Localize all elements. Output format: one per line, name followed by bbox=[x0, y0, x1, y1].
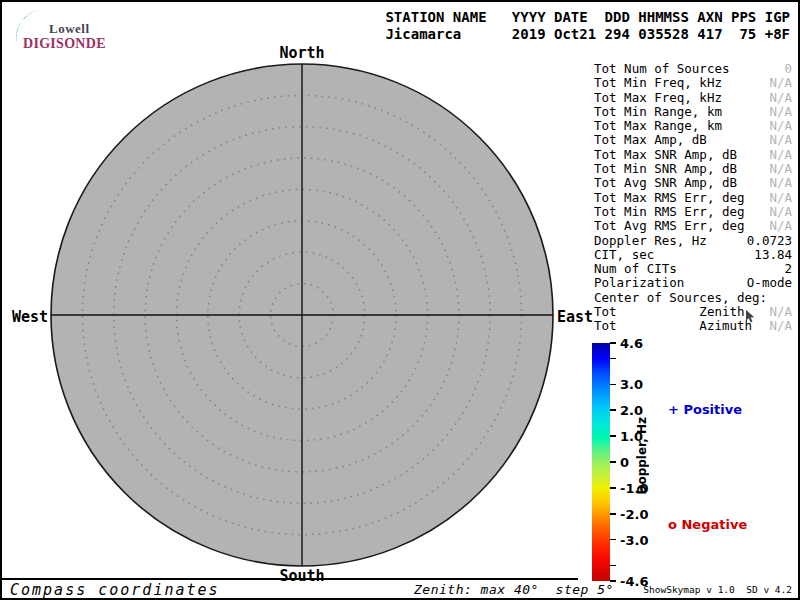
colorbar-tick bbox=[610, 539, 616, 541]
compass-label-east: East bbox=[557, 308, 593, 326]
colorbar-tick-label: 0 bbox=[620, 455, 629, 470]
param-list: Tot Num of Sources0Tot Min Freq, kHzN/AT… bbox=[594, 62, 792, 334]
param-row: Tot Max Amp, dBN/A bbox=[594, 133, 792, 147]
param-label: Polarization bbox=[594, 276, 684, 290]
param-row: Tot Avg SNR Amp, dBN/A bbox=[594, 176, 792, 190]
colorbar-tick bbox=[610, 384, 616, 386]
param-label: Num of CITs bbox=[594, 262, 677, 276]
param-value: 0 bbox=[784, 62, 792, 76]
param-value: N/A bbox=[769, 205, 792, 219]
param-label: CIT, sec bbox=[594, 248, 654, 262]
param-row: Tot Max SNR Amp, dBN/A bbox=[594, 148, 792, 162]
param-row: Tot AzimuthN/A bbox=[594, 319, 792, 333]
logo-lowell-text: Lowell bbox=[49, 21, 90, 37]
station-header: STATION NAME YYYY DATE DDD HHMMSS AXN PP… bbox=[385, 9, 790, 43]
param-value: N/A bbox=[769, 119, 792, 133]
mouse-cursor-icon bbox=[745, 310, 757, 324]
param-row: Num of CITs2 bbox=[594, 262, 792, 276]
param-value: N/A bbox=[769, 76, 792, 90]
colorbar-tick-label: 2.0 bbox=[620, 403, 643, 418]
station-header-row-labels: STATION NAME YYYY DATE DDD HHMMSS AXN PP… bbox=[385, 9, 790, 25]
param-value: N/A bbox=[769, 105, 792, 119]
param-value: N/A bbox=[769, 305, 792, 319]
param-value: N/A bbox=[769, 148, 792, 162]
param-label: Tot Zenith bbox=[594, 305, 745, 319]
param-label: Tot Min Range, km bbox=[594, 105, 722, 119]
version-text: ShowSkymap v 1.0 SD v 4.2 bbox=[643, 584, 792, 595]
param-row: Tot Max Freq, kHzN/A bbox=[594, 91, 792, 105]
param-label: Tot Avg RMS Err, deg bbox=[594, 219, 745, 233]
zenith-scale-note: Zenith: max 40° step 5° bbox=[414, 582, 614, 597]
param-label: Tot Max SNR Amp, dB bbox=[594, 148, 737, 162]
colorbar-tick bbox=[610, 409, 616, 411]
param-value: N/A bbox=[769, 319, 792, 333]
showskymap-window: Lowell DIGISONDE STATION NAME YYYY DATE … bbox=[0, 0, 800, 600]
param-label: Tot Max RMS Err, deg bbox=[594, 191, 745, 205]
colorbar-tick-label: 4.6 bbox=[620, 336, 643, 351]
param-value: 0.0723 bbox=[747, 234, 792, 248]
param-row: Tot Min RMS Err, degN/A bbox=[594, 205, 792, 219]
param-value: N/A bbox=[769, 191, 792, 205]
param-value: N/A bbox=[769, 91, 792, 105]
param-row: Tot Avg RMS Err, degN/A bbox=[594, 219, 792, 233]
param-row: Center of Sources, deg: bbox=[594, 291, 792, 305]
param-label: Tot Min Freq, kHz bbox=[594, 76, 722, 90]
param-row: PolarizationO-mode bbox=[594, 276, 792, 290]
logo-digisonde-text: DIGISONDE bbox=[23, 36, 106, 52]
footer-separator bbox=[2, 578, 578, 580]
colorbar-tick-label: -3.0 bbox=[620, 532, 648, 547]
param-label: Center of Sources, deg: bbox=[594, 291, 767, 305]
param-label: Tot Min SNR Amp, dB bbox=[594, 162, 737, 176]
param-row: Doppler Res, Hz0.0723 bbox=[594, 234, 792, 248]
param-row: CIT, sec13.84 bbox=[594, 248, 792, 262]
param-label: Tot Min RMS Err, deg bbox=[594, 205, 745, 219]
colorbar-tick bbox=[610, 565, 616, 567]
param-label: Doppler Res, Hz bbox=[594, 234, 707, 248]
param-label: Tot Num of Sources bbox=[594, 62, 729, 76]
param-label: Tot Max Range, km bbox=[594, 119, 722, 133]
param-value: 2 bbox=[784, 262, 792, 276]
param-row: Tot Min Range, kmN/A bbox=[594, 105, 792, 119]
coordinates-note: Compass coordinates bbox=[10, 581, 220, 599]
param-row: Tot Max RMS Err, degN/A bbox=[594, 191, 792, 205]
colorbar-tick-label: 3.0 bbox=[620, 377, 643, 392]
param-label: Tot Avg SNR Amp, dB bbox=[594, 176, 737, 190]
param-row: Tot Min Freq, kHzN/A bbox=[594, 76, 792, 90]
colorbar-tick bbox=[610, 342, 616, 344]
doppler-colorbar bbox=[592, 343, 610, 581]
legend-negative: o Negative bbox=[668, 517, 747, 532]
colorbar-tick-label: -2.0 bbox=[620, 506, 648, 521]
param-value: N/A bbox=[769, 219, 792, 233]
param-value: N/A bbox=[769, 162, 792, 176]
lowell-digisonde-logo: Lowell DIGISONDE bbox=[12, 7, 162, 57]
compass-label-west: West bbox=[10, 308, 48, 326]
colorbar-axis-label: Doppler, Hz bbox=[635, 417, 649, 495]
station-header-row-values: Jicamarca 2019 Oct21 294 035528 417 75 +… bbox=[385, 26, 790, 42]
colorbar-tick bbox=[610, 513, 616, 515]
param-row: Tot Num of Sources0 bbox=[594, 62, 792, 76]
param-label: Tot Max Amp, dB bbox=[594, 133, 707, 147]
colorbar-tick bbox=[610, 461, 616, 463]
colorbar-tick bbox=[610, 435, 616, 437]
param-row: Tot ZenithN/A bbox=[594, 305, 792, 319]
param-row: Tot Max Range, kmN/A bbox=[594, 119, 792, 133]
colorbar-tick bbox=[610, 487, 616, 489]
param-row: Tot Min SNR Amp, dBN/A bbox=[594, 162, 792, 176]
param-label: Tot Azimuth bbox=[594, 319, 752, 333]
param-value: N/A bbox=[769, 176, 792, 190]
skymap-polar-plot bbox=[46, 59, 558, 571]
param-label: Tot Max Freq, kHz bbox=[594, 91, 722, 105]
legend-positive: + Positive bbox=[668, 402, 742, 417]
param-value: 13.84 bbox=[754, 248, 792, 262]
param-value: N/A bbox=[769, 133, 792, 147]
param-value: O-mode bbox=[747, 276, 792, 290]
colorbar-tick bbox=[610, 358, 616, 360]
